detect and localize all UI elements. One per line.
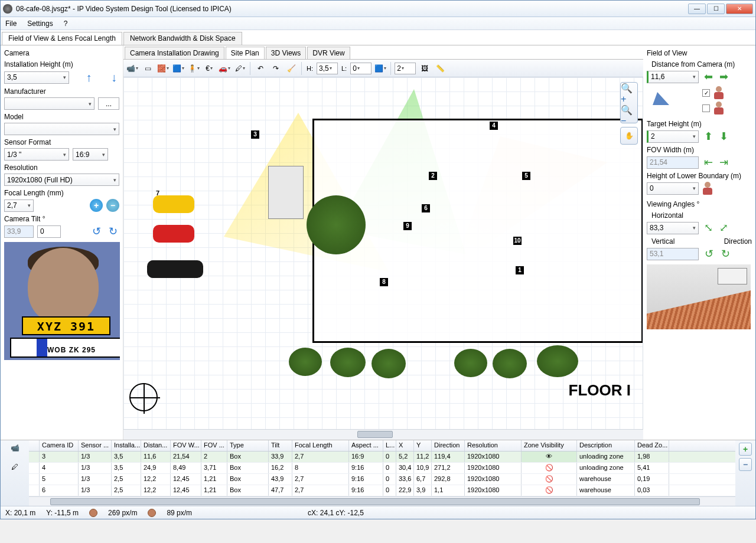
close-button[interactable]: ✕: [726, 4, 753, 14]
camera-marker[interactable]: 8: [380, 278, 388, 286]
camera-filter-icon[interactable]: 📹: [11, 444, 19, 452]
tab-3d-views[interactable]: 3D Views: [266, 47, 306, 59]
table-header-cell[interactable]: Resolution: [465, 440, 522, 451]
l-input[interactable]: 0: [350, 63, 372, 74]
car-black[interactable]: [147, 260, 203, 278]
table-header-cell[interactable]: Type: [227, 440, 269, 451]
camera-marker[interactable]: 2: [429, 172, 437, 180]
resolution-combo[interactable]: 1920x1080 (Full HD): [4, 174, 119, 186]
euro-tool-icon[interactable]: €: [203, 62, 216, 75]
fovw-in-icon[interactable]: ⇥: [718, 156, 729, 169]
table-header-cell[interactable]: Description: [577, 440, 635, 451]
wall-tool-icon[interactable]: 🧱: [157, 62, 170, 75]
table-header-cell[interactable]: Direction: [432, 440, 465, 451]
pen-filter-icon[interactable]: 🖊: [11, 463, 18, 471]
tab-network-bandwidth[interactable]: Network Bandwidth & Disk Space: [123, 32, 242, 45]
camera-marker[interactable]: 9: [403, 222, 412, 230]
minimize-button[interactable]: —: [688, 4, 706, 14]
dist-right-icon[interactable]: ➡: [718, 70, 729, 83]
table-header-cell[interactable]: Installa...: [112, 440, 141, 451]
manufacturer-browse-button[interactable]: ...: [98, 97, 119, 110]
table-header-cell[interactable]: Aspect ...: [349, 440, 383, 451]
measure-tool-icon[interactable]: 📏: [434, 62, 447, 75]
lower-boundary-combo[interactable]: 0: [647, 182, 699, 195]
camera-marker[interactable]: 10: [513, 237, 522, 245]
camera-marker[interactable]: 4: [490, 122, 498, 130]
table-row[interactable]: 41/33,524,98,493,71Box16,289:16030,410,9…: [29, 463, 735, 474]
manufacturer-combo[interactable]: [4, 97, 94, 110]
table-header-cell[interactable]: [29, 440, 40, 451]
camera-marker[interactable]: 5: [522, 172, 530, 180]
color-picker-icon[interactable]: 🟦: [374, 62, 387, 75]
table-scrollbar[interactable]: [29, 496, 735, 506]
horizontal-combo[interactable]: 83,3: [647, 222, 699, 234]
table-header-cell[interactable]: FOV ...: [201, 440, 227, 451]
table-header-cell[interactable]: Sensor ...: [79, 440, 112, 451]
truck-icon[interactable]: [268, 166, 304, 219]
sensor-format-combo[interactable]: 1/3 ": [4, 148, 69, 161]
horiz-contract-icon[interactable]: ⤢: [718, 221, 729, 234]
horiz-expand-icon[interactable]: ⤡: [702, 221, 714, 234]
remove-row-button[interactable]: −: [739, 458, 752, 471]
table-header-cell[interactable]: Tilt: [269, 440, 292, 451]
dir-cw-icon[interactable]: ↻: [719, 247, 732, 260]
table-header-cell[interactable]: Distan...: [141, 440, 171, 451]
tab-site-plan[interactable]: Site Plan: [226, 47, 265, 59]
model-combo[interactable]: [4, 123, 119, 135]
menu-file[interactable]: File: [5, 19, 17, 28]
dir-ccw-icon[interactable]: ↺: [702, 247, 715, 260]
table-header-cell[interactable]: Y: [414, 440, 432, 451]
scale-input[interactable]: 2: [395, 63, 416, 74]
focal-plus-button[interactable]: +: [90, 199, 103, 212]
table-row[interactable]: 51/32,512,212,451,21Box43,92,79:16033,66…: [29, 474, 735, 485]
maximize-button[interactable]: ☐: [707, 4, 725, 14]
image-tool-icon[interactable]: 🖼: [418, 62, 431, 75]
brush-tool-icon[interactable]: 🖊: [233, 62, 246, 75]
camera-marker[interactable]: 3: [251, 130, 259, 139]
add-row-button[interactable]: +: [739, 443, 752, 456]
car-red[interactable]: [153, 225, 194, 243]
table-header-cell[interactable]: FOV W...: [171, 440, 201, 451]
camera-tool-icon[interactable]: 📹: [126, 62, 139, 75]
table-header-cell[interactable]: Zone Visibility: [522, 440, 577, 451]
zoom-control[interactable]: 🔍+🔍−: [620, 82, 638, 123]
car-yellow[interactable]: [153, 195, 194, 213]
person-checkbox[interactable]: ✓: [702, 89, 710, 97]
menu-settings[interactable]: Settings: [27, 19, 53, 28]
canvas-area[interactable]: 3 4 5 2 6 9 10 1 8 7 FLOOR I 🔍+🔍− ✋: [123, 77, 643, 429]
fovw-out-icon[interactable]: ⇤: [702, 156, 714, 169]
pan-control[interactable]: ✋: [620, 127, 638, 145]
tilt-cw-icon[interactable]: ↻: [106, 225, 119, 238]
focal-minus-button[interactable]: −: [106, 199, 119, 212]
box-tool-icon[interactable]: 🟦: [172, 62, 185, 75]
tab-camera-drawing[interactable]: Camera Installation Drawing: [125, 47, 224, 59]
table-row[interactable]: 31/33,511,621,542Box33,92,716:905,211,21…: [29, 452, 735, 463]
tilt-ccw-icon[interactable]: ↺: [90, 225, 103, 238]
height-down-icon[interactable]: ↓: [109, 70, 119, 84]
target-height-combo[interactable]: 2: [647, 130, 699, 143]
tab-fov-lens[interactable]: Field of View & Lens Focal Length: [2, 32, 122, 45]
table-header-cell[interactable]: Focal Length: [292, 440, 349, 451]
menu-help[interactable]: ?: [64, 19, 68, 28]
tilt-value2[interactable]: 0: [37, 225, 61, 238]
target-up-icon[interactable]: ⬆: [702, 130, 714, 143]
focal-length-combo[interactable]: 2,7: [4, 199, 34, 212]
aspect-combo[interactable]: 16:9: [73, 148, 108, 161]
table-row[interactable]: 61/32,512,212,451,21Box47,72,79:16022,93…: [29, 485, 735, 496]
install-height-combo[interactable]: 3,5: [4, 71, 69, 84]
table-header-cell[interactable]: Camera ID: [40, 440, 79, 451]
person-tool-icon[interactable]: 🧍: [187, 62, 200, 75]
camera-marker[interactable]: 1: [516, 266, 524, 274]
dist-left-icon[interactable]: ⬅: [702, 70, 714, 83]
redo-icon[interactable]: ↷: [269, 62, 282, 75]
height-up-icon[interactable]: ↑: [84, 70, 94, 84]
horizontal-scrollbar[interactable]: [123, 429, 643, 440]
layout-tool-icon[interactable]: ▭: [141, 62, 154, 75]
distance-combo[interactable]: 11,6: [647, 71, 699, 83]
clear-icon[interactable]: 🧹: [285, 62, 298, 75]
target-down-icon[interactable]: ⬇: [718, 130, 729, 143]
camera-marker[interactable]: 6: [422, 204, 430, 212]
undo-icon[interactable]: ↶: [254, 62, 267, 75]
table-header-cell[interactable]: X: [396, 440, 414, 451]
car-tool-icon[interactable]: 🚗: [218, 62, 231, 75]
